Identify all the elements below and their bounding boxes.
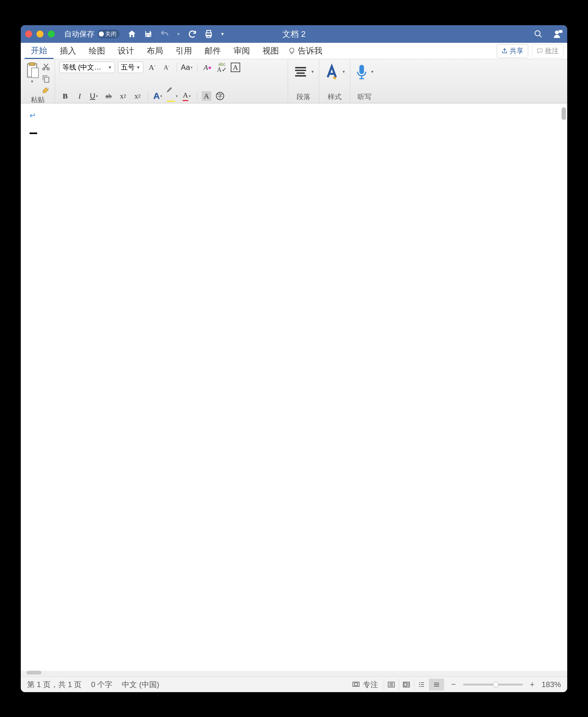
comment-icon (537, 48, 543, 54)
svg-point-4 (555, 30, 559, 35)
autosave-control[interactable]: 自动保存 关闭 (64, 29, 120, 39)
chevron-down-icon: ▼ (108, 65, 112, 70)
word-count[interactable]: 0 个字 (91, 679, 112, 690)
paragraph-group: ▼ 段落 (288, 59, 319, 103)
microphone-icon (355, 64, 369, 80)
clipboard-icon (25, 62, 39, 79)
horizontal-scrollbar-thumb[interactable] (26, 671, 42, 675)
quick-access-toolbar: ▼ ▼ (127, 29, 225, 39)
char-border-button[interactable]: A (231, 63, 240, 72)
comments-label: 批注 (545, 46, 559, 56)
svg-rect-11 (44, 77, 49, 82)
statusbar: 第 1 页，共 1 页 0 个字 中文 (中国) 专注 − + 183% (21, 676, 567, 692)
language-status[interactable]: 中文 (中国) (122, 679, 159, 690)
tell-me-button[interactable]: 告诉我 (298, 45, 322, 56)
redo-icon[interactable] (188, 29, 197, 39)
font-size-combo[interactable]: 五号 ▼ (118, 62, 143, 73)
minimize-window-button[interactable] (37, 30, 43, 38)
tab-home[interactable]: 开始 (24, 43, 54, 59)
font-name-combo[interactable]: 等线 (中文… ▼ (60, 62, 115, 73)
focus-mode-button[interactable]: 专注 (352, 679, 378, 690)
tab-design[interactable]: 设计 (111, 43, 140, 59)
zoom-slider[interactable] (463, 683, 523, 686)
lightbulb-icon (288, 47, 295, 55)
paragraph-button[interactable]: ▼ (292, 64, 314, 80)
change-case-button[interactable]: Aa▼ (181, 62, 193, 73)
tab-layout[interactable]: 布局 (140, 43, 169, 59)
font-color-button[interactable]: A▼ (181, 90, 193, 102)
subscript-button[interactable]: x2 (118, 90, 129, 102)
app-window: 自动保存 关闭 ▼ ▼ 文档 2 开始 插入 绘图 设计 布局 引用 邮件 (21, 25, 567, 692)
highlight-button[interactable]: ▼ (167, 90, 178, 102)
styles-button[interactable]: ▼ (323, 64, 345, 80)
zoom-out-button[interactable]: − (450, 679, 457, 689)
qat-dropdown[interactable]: ▼ (220, 31, 225, 37)
italic-button[interactable]: I (74, 90, 85, 102)
svg-rect-7 (29, 63, 35, 65)
read-mode-button[interactable] (384, 679, 399, 691)
ribbon-tabs: 开始 插入 绘图 设计 布局 引用 邮件 审阅 视图 告诉我 共享 批注 (21, 43, 567, 59)
comments-button[interactable]: 批注 (532, 44, 564, 58)
zoom-in-button[interactable]: + (528, 679, 536, 689)
font-group: 等线 (中文… ▼ 五号 ▼ Aˆ Aˇ Aa▼ A◆ abcA✓ A B I (55, 59, 288, 103)
share-icon (501, 48, 508, 54)
vertical-scrollbar[interactable] (562, 107, 566, 120)
tab-mailings[interactable]: 邮件 (198, 43, 227, 59)
copy-icon[interactable] (42, 74, 50, 83)
window-controls (25, 30, 55, 38)
print-layout-button[interactable] (399, 679, 414, 691)
horizontal-scrollbar-track[interactable] (21, 671, 567, 676)
format-painter-icon[interactable] (42, 86, 50, 95)
styles-group-label: 样式 (323, 92, 345, 102)
chevron-down-icon: ▼ (136, 65, 140, 70)
print-icon[interactable] (204, 29, 213, 39)
undo-icon[interactable] (160, 29, 169, 39)
outline-button[interactable] (414, 679, 429, 691)
svg-rect-8 (31, 68, 38, 78)
dictate-group-label: 听写 (355, 92, 374, 102)
tab-draw[interactable]: 绘图 (82, 43, 111, 59)
account-icon[interactable] (553, 29, 563, 39)
cut-icon[interactable] (42, 62, 50, 71)
underline-button[interactable]: U▼ (88, 90, 100, 102)
document-canvas[interactable]: ↵ (21, 103, 567, 670)
tab-view[interactable]: 视图 (256, 43, 285, 59)
strikethrough-button[interactable]: ab (103, 90, 114, 102)
share-button[interactable]: 共享 (497, 44, 528, 58)
dictate-group: ▼ 听写 (350, 59, 379, 103)
svg-rect-1 (207, 30, 211, 33)
close-window-button[interactable] (25, 30, 32, 38)
save-icon[interactable] (144, 29, 153, 39)
svg-rect-14 (354, 683, 358, 686)
phonetic-button[interactable]: abcA✓ (216, 62, 228, 73)
enclose-char-button[interactable]: 字 (214, 90, 226, 102)
toggle-dot-icon (99, 31, 104, 37)
clear-format-button[interactable]: A◆ (202, 62, 213, 73)
font-size-value: 五号 (121, 63, 135, 72)
page-info[interactable]: 第 1 页，共 1 页 (27, 679, 82, 690)
tab-review[interactable]: 审阅 (227, 43, 256, 59)
paragraph-icon (292, 64, 309, 80)
paragraph-mark-icon: ↵ (29, 111, 559, 120)
styles-group: ▼ 样式 (319, 59, 350, 103)
autosave-toggle[interactable]: 关闭 (98, 29, 120, 38)
zoom-level[interactable]: 183% (542, 680, 561, 689)
undo-dropdown[interactable]: ▼ (176, 31, 181, 37)
shrink-font-button[interactable]: Aˇ (161, 62, 172, 73)
focus-icon (352, 681, 360, 688)
grow-font-button[interactable]: Aˆ (146, 62, 158, 73)
paste-button[interactable]: ▼ (25, 62, 39, 84)
dictate-button[interactable]: ▼ (355, 64, 374, 80)
tab-insert[interactable]: 插入 (54, 43, 82, 59)
home-icon[interactable] (127, 29, 136, 39)
autosave-state: 关闭 (105, 30, 117, 38)
text-effects-button[interactable]: A▼ (152, 90, 164, 102)
bold-button[interactable]: B (60, 90, 71, 102)
zoom-slider-thumb[interactable] (493, 682, 499, 688)
web-layout-button[interactable] (429, 679, 444, 691)
search-icon[interactable] (534, 29, 543, 38)
superscript-button[interactable]: x2 (132, 90, 143, 102)
zoom-window-button[interactable] (48, 30, 55, 38)
char-shading-button[interactable]: A (202, 91, 211, 101)
tab-references[interactable]: 引用 (169, 43, 198, 59)
